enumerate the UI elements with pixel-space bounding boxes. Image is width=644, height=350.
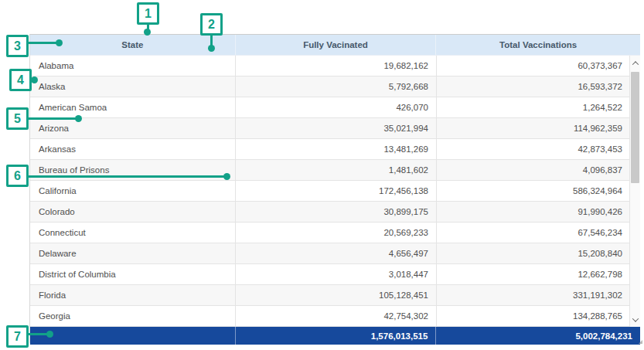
table-body-rows: Alabama 19,682,162 60,373,367 Alaska 5,7… — [30, 56, 640, 327]
total-vaccinations-cell: 16,593,372 — [436, 76, 630, 97]
fully-vaccinated-cell: 20,569,233 — [235, 223, 436, 243]
total-vaccinations-cell: 67,546,234 — [436, 223, 630, 243]
callout-5-line — [28, 117, 78, 120]
callout-6-line — [28, 175, 227, 178]
state-cell: Delaware — [30, 243, 235, 263]
table-row[interactable]: Florida 105,128,451 331,191,302 — [30, 285, 640, 306]
fully-vaccinated-cell: 5,792,668 — [235, 76, 436, 97]
fully-vaccinated-cell: 426,070 — [235, 97, 436, 117]
total-vaccinations-cell: 331,191,302 — [436, 285, 630, 305]
total-total-vaccinations-cell: 5,002,784,231 — [435, 327, 640, 345]
table-body: Alabama 19,682,162 60,373,367 Alaska 5,7… — [30, 56, 640, 327]
total-vaccinations-cell: 1,264,522 — [436, 97, 630, 117]
total-vaccinations-cell: 12,662,798 — [436, 264, 630, 284]
table-row[interactable]: Delaware 4,656,497 15,208,840 — [30, 243, 640, 264]
chevron-down-icon — [632, 315, 638, 321]
state-cell: Connecticut — [30, 223, 235, 243]
fully-vaccinated-cell: 30,899,175 — [235, 202, 436, 222]
callout-3-dot — [56, 39, 63, 46]
fully-vaccinated-cell: 42,754,302 — [235, 306, 436, 326]
state-cell: Alaska — [30, 76, 235, 97]
table-row[interactable]: Colorado 30,899,175 91,990,426 — [30, 202, 640, 223]
scroll-down-button[interactable] — [630, 314, 640, 325]
total-label-cell — [30, 327, 235, 345]
total-vaccinations-cell: 15,208,840 — [436, 243, 630, 263]
table-row[interactable]: California 172,456,138 586,324,964 — [30, 181, 640, 202]
table-total-row: 1,576,013,515 5,002,784,231 — [30, 327, 640, 345]
fully-vaccinated-cell: 13,481,269 — [235, 139, 436, 159]
fully-vaccinated-cell: 3,018,447 — [235, 264, 436, 284]
state-cell: California — [30, 181, 235, 201]
state-cell: Georgia — [30, 306, 235, 326]
state-cell: Arizona — [30, 118, 235, 138]
callout-1-box: 1 — [137, 2, 159, 25]
table-header-row: State Fully Vacinated Total Vaccinations — [30, 35, 640, 56]
callout-2-box: 2 — [200, 13, 223, 36]
callout-6-box: 6 — [6, 165, 29, 187]
fully-vaccinated-cell: 35,021,994 — [235, 118, 436, 138]
fully-vaccinated-cell: 105,128,451 — [235, 285, 436, 305]
total-fully-vaccinated-cell: 1,576,013,515 — [235, 327, 436, 345]
table-row[interactable]: American Samoa 426,070 1,264,522 — [30, 97, 640, 118]
total-vaccinations-cell: 91,990,426 — [436, 202, 630, 222]
callout-7-dot — [46, 331, 53, 338]
total-vaccinations-cell: 586,324,964 — [436, 181, 630, 201]
state-cell: American Samoa — [30, 97, 235, 117]
fully-vaccinated-cell: 172,456,138 — [235, 181, 436, 201]
screenshot-canvas: State Fully Vacinated Total Vaccinations… — [0, 0, 644, 350]
vaccination-table: State Fully Vacinated Total Vaccinations… — [29, 34, 640, 343]
total-vaccinations-cell: 4,096,837 — [436, 160, 630, 180]
column-header-total-vaccinations[interactable]: Total Vaccinations — [435, 35, 640, 55]
callout-7-box: 7 — [6, 325, 29, 348]
callout-2-dot — [208, 45, 215, 52]
table-row[interactable]: Arizona 35,021,994 114,962,359 — [30, 118, 640, 139]
callout-3-box: 3 — [6, 35, 29, 57]
table-row[interactable]: Alaska 5,792,668 16,593,372 — [30, 76, 640, 97]
column-header-fully-vaccinated[interactable]: Fully Vacinated — [235, 35, 436, 55]
table-row[interactable]: Alabama 19,682,162 60,373,367 — [30, 56, 640, 76]
total-vaccinations-cell: 114,962,359 — [436, 118, 630, 138]
resize-grip[interactable] — [639, 340, 642, 344]
callout-5-box: 5 — [6, 107, 29, 130]
callout-1-dot — [144, 29, 151, 36]
scroll-up-button[interactable] — [630, 57, 640, 69]
total-vaccinations-cell: 60,373,367 — [436, 56, 630, 76]
state-cell: Alabama — [30, 56, 235, 76]
table-row[interactable]: Georgia 42,754,302 134,288,765 — [30, 306, 640, 327]
table-row[interactable]: District of Columbia 3,018,447 12,662,79… — [30, 264, 640, 285]
callout-3-line — [28, 42, 58, 44]
callout-4-dot — [31, 76, 38, 83]
fully-vaccinated-cell: 19,682,162 — [235, 56, 436, 76]
state-cell: Florida — [30, 285, 235, 305]
scrollbar-thumb[interactable] — [631, 72, 639, 183]
state-cell: Colorado — [30, 202, 235, 222]
callout-4-box: 4 — [9, 69, 32, 91]
fully-vaccinated-cell: 4,656,497 — [235, 243, 436, 263]
fully-vaccinated-cell: 1,481,602 — [235, 160, 436, 180]
callout-5-dot — [75, 115, 82, 122]
vertical-scrollbar[interactable] — [629, 56, 640, 327]
total-vaccinations-cell: 134,288,765 — [436, 306, 630, 326]
chevron-up-icon — [632, 61, 638, 67]
state-cell: Arkansas — [30, 139, 235, 159]
total-vaccinations-cell: 42,873,453 — [436, 139, 630, 159]
table-row[interactable]: Arkansas 13,481,269 42,873,453 — [30, 139, 640, 160]
state-cell: District of Columbia — [30, 264, 235, 284]
callout-6-dot — [223, 173, 230, 180]
table-row[interactable]: Connecticut 20,569,233 67,546,234 — [30, 223, 640, 243]
